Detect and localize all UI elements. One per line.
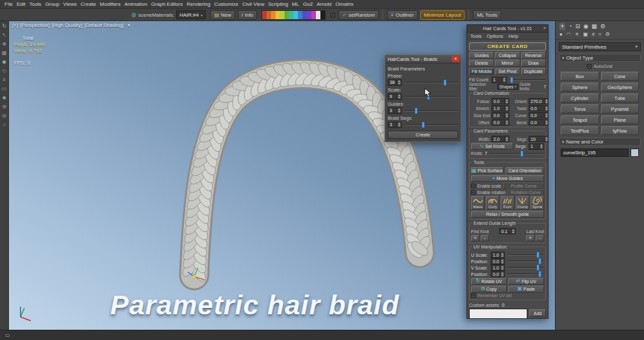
panel-titlebar[interactable]: Hair Cards Tool - v1.01 × (467, 25, 548, 33)
menu-item-ml[interactable]: ML (290, 1, 301, 7)
ml-tools-button[interactable]: ML Tools (473, 10, 501, 20)
diamond-icon[interactable]: ◇ (2, 69, 6, 74)
geosphere-button[interactable]: GeoSphere (601, 83, 640, 92)
torus-button[interactable]: Torus (561, 104, 599, 113)
create-card-button[interactable]: CREATE CARD (469, 42, 546, 51)
spinner-arrows-icon[interactable] (397, 80, 401, 85)
braid-segs-slider[interactable] (404, 122, 458, 128)
collapse-button[interactable]: Collapse (495, 52, 520, 59)
spinner-arrows-icon[interactable] (544, 136, 549, 142)
spiral-brush-button[interactable]: Spiral (531, 196, 544, 210)
curve-spinner[interactable]: 0.0 (529, 112, 549, 118)
flip-uv-button[interactable]: ⇄ Flip UV (508, 278, 544, 285)
geometry-icon[interactable]: ● (559, 31, 563, 37)
slider-thumb[interactable] (415, 108, 418, 114)
spinner-arrows-icon[interactable] (397, 108, 401, 113)
menu-item-ornatrix[interactable]: Ornatrix (333, 1, 355, 7)
palette-swatch[interactable] (267, 11, 271, 19)
hierarchy-tab-icon[interactable]: ⊟ (575, 23, 581, 30)
spinner-arrows-icon[interactable] (544, 113, 549, 118)
cylinder-button[interactable]: Cylinder (561, 93, 599, 102)
viewport-menu-quality[interactable]: [High Quality] (51, 22, 82, 28)
slider-thumb[interactable] (422, 122, 425, 128)
assets-listbox[interactable] (469, 309, 527, 319)
primitive-category-dropdown[interactable]: Standard Primitives ▾ (559, 42, 641, 51)
extend-value-spinner[interactable]: 0.1 (499, 228, 516, 234)
braid-segs-spinner[interactable]: 3 (388, 122, 402, 128)
spinner-arrows-icon[interactable] (397, 122, 401, 127)
rotation-curve-button[interactable]: Rotation Curve (508, 189, 544, 195)
spinner-arrows-icon[interactable] (504, 106, 509, 111)
size-end-spinner[interactable]: 0.0 (491, 112, 509, 118)
lights-icon[interactable]: ☀ (575, 31, 579, 37)
circle-icon[interactable]: ◎ (2, 113, 6, 118)
card-orientation-button[interactable]: Card Orientation (506, 167, 544, 174)
segs2-spinner[interactable]: 1 (529, 143, 544, 150)
spinner-arrows-icon[interactable] (500, 259, 504, 264)
palette-swatch[interactable] (262, 11, 267, 19)
set-random-checkbox[interactable] (331, 13, 335, 17)
systems-icon[interactable]: ⚙ (605, 31, 609, 37)
spinner-arrows-icon[interactable] (539, 144, 543, 149)
haircards-braids-dialog[interactable]: HairCards Tool - Braids × Braid Paramete… (384, 54, 461, 142)
shapes-icon[interactable]: ◠ (566, 31, 571, 37)
stretch-spinner[interactable]: 1.0 (491, 105, 509, 111)
guide-limits-value[interactable]: 7 (543, 85, 546, 89)
object-name-field[interactable] (561, 149, 629, 157)
first-knot-plus-button[interactable]: + (471, 235, 479, 241)
wave-brush-button[interactable]: Wave (471, 196, 484, 210)
menu-item-graph-editors[interactable]: Graph Editors (149, 1, 185, 7)
spinner-arrows-icon[interactable] (500, 252, 504, 257)
menu-item-help[interactable]: Help (508, 33, 518, 39)
material-dropdown[interactable]: HAIR:#4 ▾ (176, 10, 206, 19)
reverse-button[interactable]: Reverse (521, 52, 546, 59)
slider-thumb[interactable] (510, 77, 513, 83)
spinner-arrows-icon[interactable] (504, 113, 509, 118)
spinner-arrows-icon[interactable] (544, 106, 549, 111)
pivot-icon[interactable]: ⊕ (2, 42, 6, 47)
palette-swatch[interactable] (293, 11, 298, 19)
menu-item-views[interactable]: Views (62, 1, 79, 7)
add-asset-button[interactable]: Add (529, 309, 546, 317)
palette-swatch[interactable] (280, 11, 285, 19)
home-icon[interactable]: ⌂ (3, 122, 6, 127)
slider-thumb[interactable] (538, 258, 541, 264)
palette-swatch[interactable] (276, 11, 280, 19)
width-spinner[interactable]: 2.0 (491, 136, 509, 142)
pick-surface-button[interactable]: ▦ Pick Surface (471, 167, 504, 174)
profile-curve-button[interactable]: Profile Curve (503, 182, 544, 189)
draw-button[interactable]: Draw (521, 60, 546, 67)
clump-brush-button[interactable]: Clump (516, 196, 529, 210)
textplus-button[interactable]: TextPlus (561, 126, 599, 135)
u-position-slider[interactable] (507, 258, 544, 264)
rotate-uv-button[interactable]: ↻ Rotate UV (471, 278, 507, 285)
slider-thumb[interactable] (520, 150, 524, 157)
u-position-spinner[interactable]: 0.0 (491, 258, 505, 264)
helpers-icon[interactable]: # (592, 31, 595, 37)
guides-spinner[interactable]: 3 (388, 108, 402, 114)
target-icon[interactable]: ◉ (2, 60, 6, 65)
segs-spinner[interactable]: 10 (529, 136, 549, 142)
object-color-swatch[interactable] (631, 149, 639, 157)
menu-item-modifiers[interactable]: Modifiers (98, 1, 122, 7)
viewport-menu-plus[interactable]: [+] (12, 22, 18, 28)
dialog-titlebar[interactable]: HairCards Tool - Braids × (385, 55, 461, 63)
bend-spinner[interactable]: 0.0 (529, 119, 549, 125)
set-random-button[interactable]: ✓ setRandom (338, 10, 379, 20)
offset-spinner[interactable]: 0.0 (491, 119, 509, 125)
menu-item-rendering[interactable]: Rendering (185, 1, 212, 7)
paste-uv-button[interactable]: ▣ Paste (508, 286, 544, 293)
window-icon[interactable]: ⊞ (2, 104, 6, 109)
v-position-spinner[interactable]: 0.0 (491, 271, 505, 277)
teapot-button[interactable]: Teapot (561, 115, 599, 124)
palette-swatch[interactable] (271, 11, 276, 19)
spinner-arrows-icon[interactable] (504, 99, 509, 104)
menu-item-create[interactable]: Create (79, 1, 98, 7)
first-knot-minus-button[interactable]: - (481, 235, 489, 241)
fill-count-slider[interactable] (509, 77, 546, 83)
duplicate-button[interactable]: Duplicate (521, 68, 546, 75)
menu-item-arnold[interactable]: Arnold (315, 1, 333, 7)
rectangle-icon[interactable]: ▭ (2, 86, 7, 92)
autogrid-checkbox[interactable] (587, 64, 591, 69)
remember-uv-checkbox[interactable] (471, 293, 475, 298)
